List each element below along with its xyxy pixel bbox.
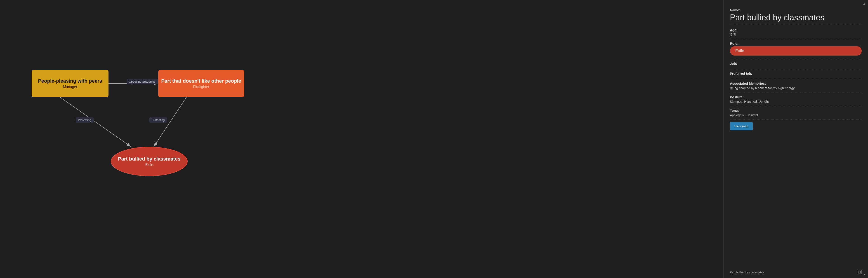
view-map-button[interactable]: View map: [730, 122, 753, 130]
edge-label-protecting2: Protecting: [149, 117, 167, 123]
footer-expand-icon[interactable]: [857, 270, 862, 274]
graph-canvas: People-pleasing with peers Manager Part …: [0, 0, 723, 278]
name-label: Name:: [730, 8, 862, 12]
graph-arrows: [0, 0, 723, 278]
tone-value: Apologetic, Hesitant: [730, 113, 862, 119]
svg-line-2: [60, 97, 131, 147]
scroll-down-arrow[interactable]: ▼: [863, 273, 866, 276]
node-exile[interactable]: Part bullied by classmates Exile: [111, 147, 188, 176]
preferred-job-value: [730, 76, 862, 79]
edge-label-protecting1: Protecting: [76, 117, 94, 123]
panel-footer: Part bullied by classmates: [730, 270, 862, 274]
node-firefighter[interactable]: Part that doesn't like other people Fire…: [158, 70, 244, 97]
tone-label: Tone:: [730, 109, 862, 112]
node-manager-subtitle: Manager: [63, 85, 77, 89]
memories-value: Being shamed by teachers for my high-ene…: [730, 86, 862, 92]
memories-label: Associated Memories:: [730, 81, 862, 85]
node-firefighter-title: Part that doesn't like other people: [158, 78, 244, 84]
job-value: [730, 66, 862, 69]
age-label: Age:: [730, 28, 862, 32]
node-exile-title: Part bullied by classmates: [114, 156, 184, 162]
scroll-up-arrow[interactable]: ▲: [863, 2, 866, 5]
svg-rect-4: [858, 271, 861, 273]
node-manager-title: People-pleasing with peers: [35, 78, 105, 84]
age-value: [5,7]: [730, 33, 862, 39]
detail-panel: ▲ Name: Part bullied by classmates Age: …: [723, 0, 868, 278]
node-exile-subtitle: Exile: [145, 163, 153, 167]
node-manager[interactable]: People-pleasing with peers Manager: [32, 70, 108, 97]
edge-label-opposing: Opposing Strategies: [127, 79, 158, 84]
posture-label: Posture:: [730, 95, 862, 99]
posture-value: Slumped, Hunched, Upright: [730, 100, 862, 106]
preferred-job-label: Preferred job:: [730, 72, 862, 75]
role-label: Role:: [730, 41, 862, 45]
node-firefighter-subtitle: Firefighter: [193, 85, 209, 89]
name-value: Part bullied by classmates: [730, 13, 862, 25]
job-label: Job:: [730, 62, 862, 66]
panel-footer-text: Part bullied by classmates: [730, 271, 764, 274]
role-badge: Exile: [730, 46, 862, 56]
